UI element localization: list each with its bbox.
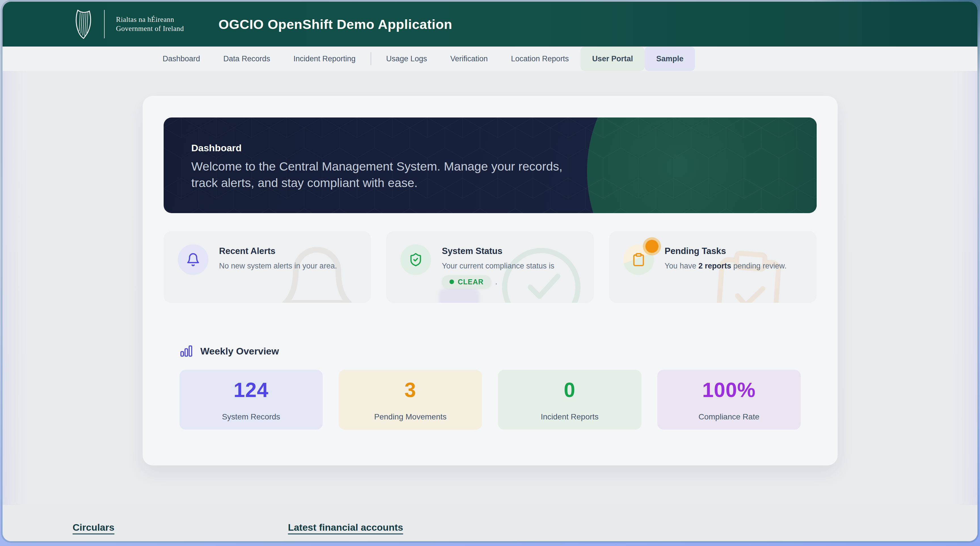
dashboard-panel: Dashboard Welcome to the Central Managem… xyxy=(143,96,838,465)
pending-tasks-card: Pending Tasks You have 2 reports pending… xyxy=(609,231,817,303)
government-name-english: Government of Ireland xyxy=(116,24,184,33)
notification-dot-icon xyxy=(645,240,659,253)
government-logo: Rialtas na hÉireann Government of Irelan… xyxy=(73,8,184,40)
stat-incident-reports: 0 Incident Reports xyxy=(498,370,641,429)
recent-alerts-card: Recent Alerts No new system alerts in yo… xyxy=(164,231,371,303)
status-body-suffix: . xyxy=(495,278,497,286)
footer-link-circulars[interactable]: Circulars xyxy=(73,522,114,533)
stat-label: System Records xyxy=(222,412,280,421)
bell-icon xyxy=(186,252,200,267)
hero-content: Dashboard Welcome to the Central Managem… xyxy=(191,142,589,191)
pending-tasks-prefix: You have xyxy=(665,262,698,270)
tasks-badge xyxy=(623,244,654,275)
info-card-grid: Recent Alerts No new system alerts in yo… xyxy=(164,231,817,303)
nav-item-data-records[interactable]: Data Records xyxy=(212,46,282,71)
footer-link-financial-accounts[interactable]: Latest financial accounts xyxy=(288,522,403,533)
system-status-card: System Status Your current compliance st… xyxy=(386,231,594,303)
stat-label: Pending Movements xyxy=(374,412,446,421)
nav-divider xyxy=(371,52,371,65)
nav-item-location-reports[interactable]: Location Reports xyxy=(500,46,581,71)
stat-value: 124 xyxy=(234,378,269,402)
shield-check-icon xyxy=(409,252,423,267)
status-glow-decoration xyxy=(439,289,479,303)
nav-item-user-portal[interactable]: User Portal xyxy=(581,46,644,71)
hero-banner: Dashboard Welcome to the Central Managem… xyxy=(164,118,817,213)
status-badge-circle xyxy=(400,244,431,275)
harp-icon xyxy=(73,8,93,40)
system-status-title: System Status xyxy=(442,246,554,256)
nav-items: Dashboard Data Records Incident Reportin… xyxy=(143,46,838,71)
stat-pending-movements: 3 Pending Movements xyxy=(339,370,482,429)
stat-value: 3 xyxy=(405,378,416,402)
main-area: Dashboard Welcome to the Central Managem… xyxy=(3,71,977,505)
status-badge-label: CLEAR xyxy=(458,278,484,286)
nav-item-incident-reporting[interactable]: Incident Reporting xyxy=(282,46,367,71)
hero-title: Dashboard xyxy=(191,142,589,153)
app-header: Rialtas na hÉireann Government of Irelan… xyxy=(3,2,977,46)
government-name: Rialtas na hÉireann Government of Irelan… xyxy=(116,15,184,33)
page-title: OGCIO OpenShift Demo Application xyxy=(219,16,452,32)
nav-item-sample[interactable]: Sample xyxy=(644,46,695,71)
stat-compliance-rate: 100% Compliance Rate xyxy=(657,370,801,429)
stat-system-records: 124 System Records xyxy=(180,370,323,429)
nav-item-dashboard[interactable]: Dashboard xyxy=(151,46,212,71)
stat-value: 0 xyxy=(564,378,575,402)
app-window: Rialtas na hÉireann Government of Irelan… xyxy=(3,2,977,541)
stats-grid: 124 System Records 3 Pending Movements 0… xyxy=(180,370,801,429)
page-footer: Circulars Latest financial accounts xyxy=(3,505,977,541)
nav-item-usage-logs[interactable]: Usage Logs xyxy=(375,46,439,71)
government-name-irish: Rialtas na hÉireann xyxy=(116,15,184,24)
recent-alerts-body: No new system alerts in your area. xyxy=(219,260,337,272)
clipboard-icon xyxy=(632,252,646,267)
main-nav: Dashboard Data Records Incident Reportin… xyxy=(3,46,977,71)
status-dot-icon xyxy=(449,279,454,284)
alerts-badge xyxy=(178,244,208,275)
status-badge: CLEAR xyxy=(442,275,491,289)
stat-label: Compliance Rate xyxy=(698,412,759,421)
pending-tasks-suffix: pending review. xyxy=(731,262,787,270)
recent-alerts-title: Recent Alerts xyxy=(219,246,337,256)
stat-label: Incident Reports xyxy=(541,412,598,421)
pending-tasks-body: You have 2 reports pending review. xyxy=(665,260,787,272)
weekly-overview-title: Weekly Overview xyxy=(200,346,279,357)
hero-subtitle: Welcome to the Central Management System… xyxy=(191,158,589,191)
pending-tasks-count: 2 reports xyxy=(698,262,731,270)
stat-value: 100% xyxy=(702,378,756,402)
weekly-overview-section: Weekly Overview 124 System Records 3 Pen… xyxy=(164,344,817,429)
nav-item-verification[interactable]: Verification xyxy=(439,46,500,71)
system-status-body: Your current compliance status is xyxy=(442,260,554,272)
pending-tasks-title: Pending Tasks xyxy=(665,246,787,256)
logo-divider xyxy=(104,10,105,38)
bar-chart-icon xyxy=(180,344,193,358)
